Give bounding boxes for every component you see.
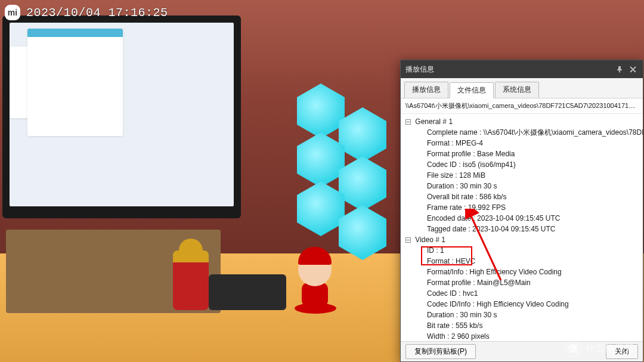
camera-timestamp: 2023/10/04 17:16:25: [26, 6, 168, 20]
tree-leaf[interactable]: Format profile : Base Media: [401, 148, 643, 159]
tree-leaf[interactable]: Frame rate : 19.992 FPS: [401, 202, 643, 213]
smzdm-text: 什么值得买: [586, 342, 633, 355]
tree-leaf[interactable]: Format/Info : High Efficiency Video Codi…: [401, 267, 643, 277]
monitor: [2, 16, 241, 218]
tree-leaf[interactable]: Bit rate : 555 kb/s: [401, 320, 643, 331]
tree-leaf[interactable]: ID : 1: [401, 245, 643, 256]
tree-leaf[interactable]: File size : 128 MiB: [401, 170, 643, 181]
tree-leaf[interactable]: Duration : 30 min 30 s: [401, 310, 643, 320]
tree-leaf[interactable]: Codec ID : hvc1: [401, 288, 643, 299]
tree-leaf[interactable]: Codec ID/Info : High Efficiency Video Co…: [401, 299, 643, 310]
tree-leaf[interactable]: Tagged date : 2023-10-04 09:15:45 UTC: [401, 224, 643, 234]
tab-system-info[interactable]: 系统信息: [495, 82, 539, 98]
close-icon[interactable]: [627, 64, 638, 75]
camera-overlay: mi 2023/10/04 17:16:25: [5, 5, 168, 20]
smzdm-watermark: 值 什么值得买: [564, 339, 633, 357]
collapse-icon[interactable]: [405, 119, 411, 125]
media-info-tree[interactable]: General # 1 Complete name : \\As6704t\小米…: [401, 114, 643, 341]
playback-info-window: 播放信息 播放信息 文件信息 系统信息 \\As6704t\小米摄像机\xiao…: [400, 60, 643, 362]
mi-logo-icon: mi: [5, 5, 20, 20]
tree-leaf[interactable]: Format profile : Main@L5@Main: [401, 277, 643, 288]
tree-node-general[interactable]: General # 1: [415, 117, 453, 126]
tree-leaf-format-hevc[interactable]: Format : HEVC: [401, 256, 643, 267]
tree-leaf[interactable]: Format : MPEG-4: [401, 138, 643, 148]
tab-playback-info[interactable]: 播放信息: [404, 82, 448, 98]
tree-leaf[interactable]: Overall bit rate : 586 kb/s: [401, 191, 643, 202]
tree-leaf[interactable]: Duration : 30 min 30 s: [401, 181, 643, 191]
collapse-icon[interactable]: [405, 237, 411, 243]
tree-leaf[interactable]: Complete name : \\As6704t\小米摄像机\xiaomi_c…: [401, 127, 643, 138]
file-path: \\As6704t\小米摄像机\xiaomi_camera_videos\78D…: [401, 98, 643, 114]
window-title: 播放信息: [405, 64, 612, 75]
tree-leaf[interactable]: Codec ID : iso5 (iso6/mp41): [401, 159, 643, 170]
smzdm-badge-icon: 值: [564, 339, 582, 357]
tab-file-info[interactable]: 文件信息: [450, 82, 494, 98]
copy-to-clipboard-button[interactable]: 复制到剪贴板(P): [405, 344, 476, 359]
tab-strip: 播放信息 文件信息 系统信息: [401, 78, 643, 98]
tree-leaf[interactable]: Encoded date : 2023-10-04 09:15:45 UTC: [401, 213, 643, 224]
tree-node-video[interactable]: Video # 1: [415, 236, 445, 244]
window-titlebar[interactable]: 播放信息: [401, 60, 643, 78]
pin-icon[interactable]: [614, 64, 625, 75]
